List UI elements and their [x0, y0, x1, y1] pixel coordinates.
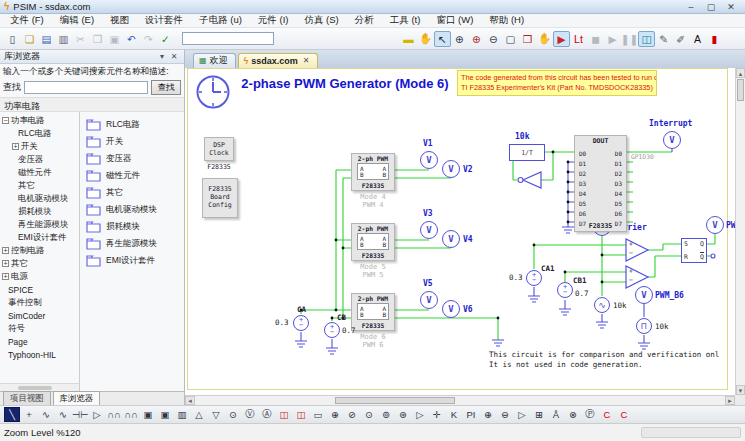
- text-tool-icon[interactable]: A: [689, 31, 706, 47]
- menu-item[interactable]: 文件 (F): [2, 14, 52, 27]
- vertical-scrollbar[interactable]: ▲ ▼: [735, 68, 745, 395]
- square-source-icon[interactable]: ⊚: [378, 407, 394, 422]
- menu-item[interactable]: 元件 (I): [250, 14, 297, 27]
- zoom-page-icon[interactable]: ❒: [519, 31, 536, 47]
- folder-item[interactable]: 其它: [86, 184, 184, 201]
- dc-source-icon[interactable]: ⊕: [327, 407, 343, 422]
- run-icon[interactable]: ▶: [604, 31, 621, 47]
- menu-item[interactable]: 设计套件: [137, 14, 191, 27]
- maximize-button[interactable]: ▢: [701, 1, 721, 13]
- tree-item[interactable]: 磁性元件: [0, 166, 79, 179]
- controlled-vsource-icon[interactable]: ⊕: [480, 407, 496, 422]
- cut-icon[interactable]: ✂: [72, 31, 89, 47]
- scroll-right-icon[interactable]: ►: [725, 396, 735, 405]
- comparator-icon[interactable]: ▷: [514, 407, 530, 422]
- menu-item[interactable]: 工具 (t): [382, 14, 429, 27]
- folder-item[interactable]: 电机驱动模块: [86, 201, 184, 218]
- menu-item[interactable]: 分析: [347, 14, 382, 27]
- tree-expand-icon[interactable]: +: [2, 273, 9, 280]
- tree-item[interactable]: 变压器: [0, 153, 79, 166]
- pwm-generator-block[interactable]: 2-ph PWM AA BB F28335 Mode 6 PWM 6: [351, 293, 395, 363]
- zoom-in-icon[interactable]: ⊕: [451, 31, 468, 47]
- coupled-inductor-icon[interactable]: ∩∩: [123, 407, 139, 422]
- tree-item[interactable]: SPICE: [0, 283, 79, 296]
- voltmeter-v4[interactable]: V: [442, 230, 460, 248]
- tree-item[interactable]: Typhoon-HIL: [0, 348, 79, 361]
- help-icon[interactable]: ▮: [706, 31, 723, 47]
- scroll-down-icon[interactable]: ▼: [736, 385, 745, 395]
- scope-icon[interactable]: ◫: [276, 407, 292, 422]
- dc-source-cb1[interactable]: +−: [557, 282, 573, 298]
- tree-item[interactable]: 电机驱动模块: [0, 192, 79, 205]
- folder-item[interactable]: 再生能源模块: [86, 235, 184, 252]
- voltmeter-interrupt[interactable]: V: [663, 131, 681, 149]
- tree-item[interactable]: Page: [0, 335, 79, 348]
- tree-item[interactable]: 其它: [0, 179, 79, 192]
- math-block-icon[interactable]: ⊞: [531, 407, 547, 422]
- square-source[interactable]: ⊓: [636, 318, 652, 334]
- tree-item[interactable]: SimCoder: [0, 309, 79, 322]
- gain-block-icon[interactable]: K: [446, 407, 462, 422]
- zoom-fit-icon[interactable]: ▢: [502, 31, 519, 47]
- menu-item[interactable]: 视图: [102, 14, 137, 27]
- voltage-probe-icon[interactable]: ⊙: [225, 407, 241, 422]
- tree-item[interactable]: RLC电路: [0, 127, 79, 140]
- tree-expand-icon[interactable]: +: [2, 260, 9, 267]
- wire-tool-icon[interactable]: ╲: [4, 407, 20, 422]
- multiplier-icon[interactable]: ⊗: [565, 407, 581, 422]
- c-block-icon[interactable]: C: [616, 407, 632, 422]
- resistor-icon[interactable]: ∿: [38, 407, 54, 422]
- pi-block-icon[interactable]: PI: [463, 407, 479, 422]
- voltmeter-pwm-b6[interactable]: V: [635, 286, 653, 304]
- ltspice-icon[interactable]: Lt: [570, 31, 587, 47]
- scroll-up-icon[interactable]: ▲: [736, 68, 745, 78]
- dout-block[interactable]: DOUT D0D1D2D3D4D5D6D7 D0D1D2D3D4D5D6D7 F…: [574, 135, 627, 232]
- redo-icon[interactable]: ↷: [140, 31, 157, 47]
- opamp-icon[interactable]: △: [191, 407, 207, 422]
- run-simulation-icon[interactable]: ▶: [553, 31, 570, 47]
- ammeter-icon[interactable]: Ⓐ: [259, 407, 275, 422]
- voltmeter-v2[interactable]: V: [442, 160, 460, 178]
- save-icon[interactable]: ▤: [38, 31, 55, 47]
- menu-item[interactable]: 编辑 (E): [52, 14, 102, 27]
- voltmeter-pwm[interactable]: V: [706, 216, 724, 234]
- controlled-isource-icon[interactable]: ⊖: [497, 407, 513, 422]
- buffer-icon[interactable]: ▷: [412, 407, 428, 422]
- add-element-icon[interactable]: +: [21, 407, 37, 422]
- zoom-out-icon[interactable]: ⊖: [485, 31, 502, 47]
- zoom-window-icon[interactable]: ⊕: [468, 31, 485, 47]
- board-config-block[interactable]: F28335 Board Config: [202, 178, 238, 218]
- stop-icon[interactable]: ◼: [587, 31, 604, 47]
- pan-icon[interactable]: ✋: [417, 31, 434, 47]
- close-button[interactable]: ✕: [721, 1, 741, 13]
- tree-expand-icon[interactable]: −: [2, 117, 9, 124]
- mutual-coupling-icon[interactable]: ▥: [174, 407, 190, 422]
- dsp-clock-block[interactable]: DSP Clock: [204, 137, 234, 161]
- tree-item[interactable]: + 电源: [0, 270, 79, 283]
- folder-item[interactable]: EMI设计套件: [86, 252, 184, 269]
- scroll-left-icon[interactable]: ◄: [185, 396, 195, 405]
- menu-item[interactable]: 子电路 (u): [191, 14, 250, 27]
- voltmeter-icon[interactable]: Ⓥ: [242, 407, 258, 422]
- tree-item[interactable]: 再生能源模块: [0, 218, 79, 231]
- tree-expand-icon[interactable]: +: [12, 143, 19, 150]
- horizontal-scroll-thumb[interactable]: [335, 397, 455, 404]
- tree-item[interactable]: EMI设计套件: [0, 231, 79, 244]
- tree-item[interactable]: + 开关: [0, 140, 79, 153]
- element-properties-icon[interactable]: ✓: [157, 31, 174, 47]
- label-tool-icon[interactable]: ▬: [400, 31, 417, 47]
- close-tab-icon[interactable]: ✕: [303, 56, 310, 65]
- unit-delay-block[interactable]: 1/T: [509, 144, 545, 161]
- tree-item[interactable]: − 功率电路: [0, 114, 79, 127]
- sine-source-icon[interactable]: ⊙: [361, 407, 377, 422]
- toolbar-search-input[interactable]: [182, 32, 274, 45]
- subcircuit-icon[interactable]: ▭: [310, 407, 326, 422]
- print-icon[interactable]: ▥: [55, 31, 72, 47]
- voltmeter-v5[interactable]: V: [420, 291, 438, 309]
- tree-item[interactable]: 符号: [0, 322, 79, 335]
- voltmeter-v1[interactable]: V: [420, 151, 438, 169]
- dc-source-cb[interactable]: +−: [324, 322, 340, 338]
- paste-icon[interactable]: ▣: [106, 31, 123, 47]
- tab-ssdax[interactable]: ϟ ssdax.com ✕: [238, 53, 318, 68]
- copy-icon[interactable]: ❐: [89, 31, 106, 47]
